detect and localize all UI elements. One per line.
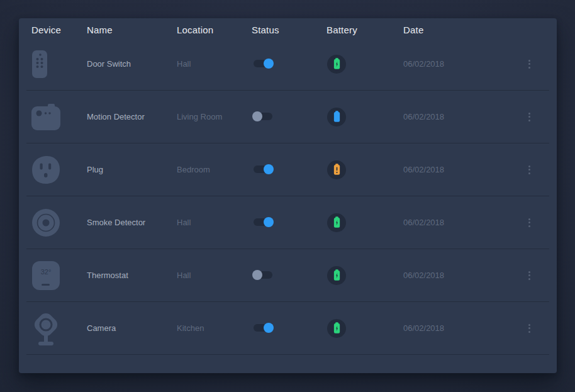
battery-badge <box>327 55 346 74</box>
devices-table-card: Device Name Location Status Battery Date… <box>19 18 557 373</box>
table-body: Door Switch Hall 06/02/2018 Motion Detec… <box>19 38 557 355</box>
column-header-date: Date <box>403 25 514 35</box>
column-header-status: Status <box>252 25 327 35</box>
battery-icon <box>333 269 341 281</box>
toggle-knob <box>264 59 274 69</box>
thermostat-icon: 32° <box>31 257 62 294</box>
battery-badge <box>327 213 346 232</box>
device-location: Bedroom <box>177 165 252 174</box>
battery-icon <box>333 164 341 176</box>
status-toggle[interactable] <box>254 271 272 279</box>
device-location: Hall <box>177 271 252 280</box>
device-location: Kitchen <box>177 323 252 333</box>
device-date: 06/02/2018 <box>403 218 514 227</box>
toggle-knob <box>264 217 274 227</box>
column-header-location: Location <box>177 25 252 35</box>
device-location: Hall <box>177 218 252 227</box>
battery-badge <box>327 160 346 179</box>
device-location: Living Room <box>177 112 252 121</box>
device-date: 06/02/2018 <box>403 165 514 174</box>
toggle-knob <box>252 270 262 280</box>
kebab-menu-icon[interactable] <box>525 267 534 284</box>
column-header-battery: Battery <box>327 25 403 35</box>
device-date: 06/02/2018 <box>403 59 514 69</box>
plug-icon <box>31 152 62 188</box>
device-name: Smoke Detector <box>87 218 177 227</box>
device-date: 06/02/2018 <box>403 323 514 333</box>
toggle-knob <box>264 323 274 333</box>
kebab-menu-icon[interactable] <box>525 215 534 231</box>
status-toggle[interactable] <box>254 113 272 120</box>
table-row[interactable]: Plug Bedroom 06/02/2018 <box>26 143 549 196</box>
kebab-menu-icon[interactable] <box>525 109 534 125</box>
battery-icon <box>333 58 341 70</box>
battery-icon <box>333 322 341 334</box>
camera-icon <box>31 310 62 347</box>
table-header-row: Device Name Location Status Battery Date <box>19 18 557 38</box>
device-name: Camera <box>87 323 177 333</box>
battery-icon <box>333 216 341 228</box>
table-row[interactable]: Camera Kitchen 06/02/2018 <box>26 302 549 355</box>
device-name: Plug <box>87 165 177 174</box>
table-row[interactable]: Door Switch Hall 06/02/2018 <box>26 38 549 91</box>
table-row[interactable]: Smoke Detector Hall 06/02/2018 <box>26 196 549 249</box>
column-header-name: Name <box>87 25 177 35</box>
battery-icon <box>333 111 341 123</box>
toggle-knob <box>264 164 274 174</box>
table-row[interactable]: Motion Detector Living Room 06/02/2018 <box>26 91 549 143</box>
battery-badge <box>327 108 346 126</box>
device-name: Door Switch <box>87 59 177 69</box>
status-toggle[interactable] <box>254 324 272 332</box>
smoke-detector-icon <box>31 204 62 241</box>
battery-badge <box>327 319 346 338</box>
svg-text:32°: 32° <box>41 268 52 276</box>
kebab-menu-icon[interactable] <box>525 320 534 337</box>
kebab-menu-icon[interactable] <box>525 162 534 178</box>
device-location: Hall <box>177 59 252 69</box>
device-date: 06/02/2018 <box>403 271 514 280</box>
toggle-knob <box>252 111 262 121</box>
kebab-menu-icon[interactable] <box>525 56 534 72</box>
column-header-device: Device <box>31 25 87 35</box>
device-name: Thermostat <box>87 271 177 280</box>
door-switch-icon <box>31 46 62 82</box>
table-row[interactable]: 32° Thermostat Hall 06/02/2018 <box>26 249 549 302</box>
device-name: Motion Detector <box>87 112 177 121</box>
status-toggle[interactable] <box>254 60 272 67</box>
status-toggle[interactable] <box>254 165 272 173</box>
status-toggle[interactable] <box>254 218 272 226</box>
battery-badge <box>327 266 346 285</box>
device-date: 06/02/2018 <box>403 112 514 121</box>
motion-detector-icon <box>31 99 62 135</box>
